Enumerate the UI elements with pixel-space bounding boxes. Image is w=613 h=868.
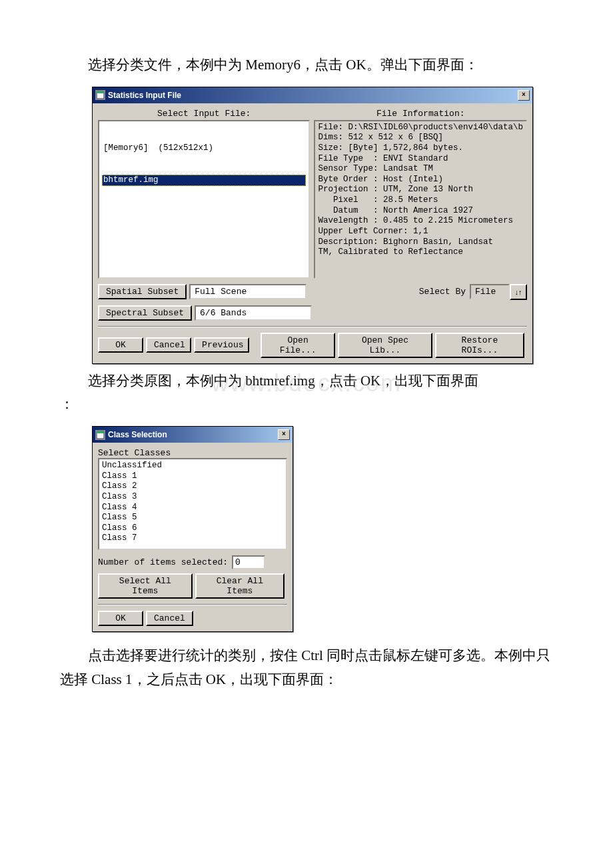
previous-button[interactable]: Previous xyxy=(194,337,249,353)
svg-rect-3 xyxy=(97,431,104,433)
dialog-title: Class Selection xyxy=(108,430,278,439)
open-file-button[interactable]: Open File... xyxy=(261,333,335,358)
spatial-subset-button[interactable]: Spatial Subset xyxy=(98,284,187,299)
file-list-item-selected[interactable]: bhtmref.img xyxy=(102,175,306,187)
ok-button[interactable]: OK xyxy=(98,611,143,626)
paragraph-3: 点击选择要进行统计的类别，按住 Ctrl 同时点击鼠标左键可多选。本例中只选择 … xyxy=(60,644,553,691)
titlebar[interactable]: Statistics Input File × xyxy=(93,87,532,103)
open-spec-lib-button[interactable]: Open Spec Lib... xyxy=(338,333,432,358)
cancel-button[interactable]: Cancel xyxy=(146,337,191,353)
spectral-subset-button[interactable]: Spectral Subset xyxy=(98,305,192,321)
svg-rect-1 xyxy=(97,91,104,93)
select-all-items-button[interactable]: Select All Items xyxy=(98,573,193,599)
window-icon xyxy=(95,430,105,440)
restore-rois-button[interactable]: Restore ROIs... xyxy=(435,333,524,358)
separator xyxy=(98,604,287,605)
select-by-label: Select By xyxy=(419,287,466,297)
close-icon[interactable]: × xyxy=(518,90,530,101)
clear-all-items-button[interactable]: Clear All Items xyxy=(195,573,285,599)
cancel-button[interactable]: Cancel xyxy=(146,611,193,626)
dialog-title: Statistics Input File xyxy=(108,91,518,100)
paragraph-1: 选择分类文件，本例中为 Memory6，点击 OK。弹出下面界面： xyxy=(60,53,553,77)
input-file-list[interactable]: [Memory6] (512x512x1) bhtmref.img xyxy=(98,120,310,279)
close-icon[interactable]: × xyxy=(278,429,290,440)
file-information-panel: File: D:\RSI\IDL60\products\envi40\data\… xyxy=(314,120,527,279)
num-selected-value: 0 xyxy=(232,555,265,569)
window-icon xyxy=(95,90,105,100)
class-list[interactable]: Unclassified Class 1 Class 2 Class 3 Cla… xyxy=(98,458,287,550)
paragraph-2: 选择分类原图，本例中为 bhtmref.img，点击 OK，出现下面界面 ： xyxy=(60,369,553,417)
select-input-file-label: Select Input File: xyxy=(98,109,310,119)
select-classes-label: Select Classes xyxy=(98,448,283,458)
file-list-item[interactable]: [Memory6] (512x512x1) xyxy=(102,143,306,154)
spectral-subset-value: 6/6 Bands xyxy=(195,305,312,321)
statistics-input-file-dialog: Statistics Input File × Select Input Fil… xyxy=(92,87,533,364)
separator xyxy=(98,326,527,327)
spatial-subset-value: Full Scene xyxy=(189,284,306,299)
titlebar[interactable]: Class Selection × xyxy=(93,427,293,443)
select-by-value: File xyxy=(470,284,510,299)
class-selection-dialog: Class Selection × Select Classes Unclass… xyxy=(92,426,293,632)
select-by-toggle-icon[interactable]: ↓↑ xyxy=(510,284,527,300)
num-selected-label: Number of items selected: xyxy=(98,557,228,567)
file-information-label: File Information: xyxy=(314,109,527,119)
ok-button[interactable]: OK xyxy=(98,337,143,353)
